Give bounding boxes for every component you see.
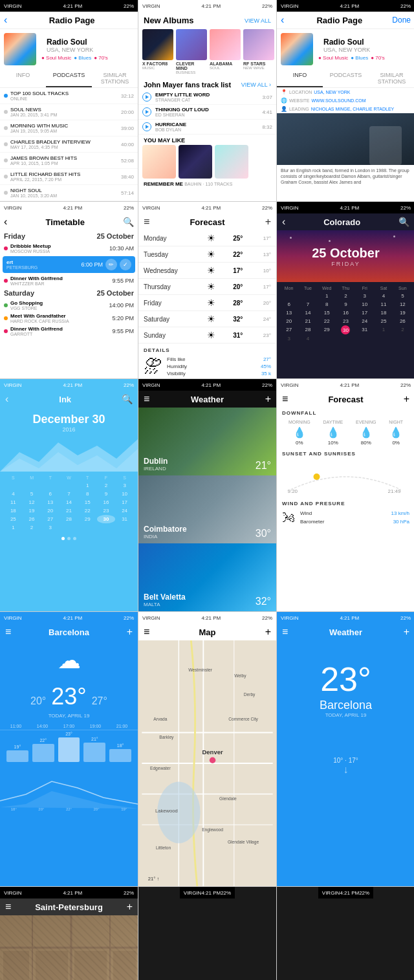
cal-day[interactable]: 8 bbox=[318, 300, 336, 309]
cal-day[interactable]: 1 bbox=[374, 325, 393, 334]
cal-day[interactable]: 21 bbox=[298, 317, 317, 325]
forecast-row-thursday[interactable]: Thursday ☀ 20° 17° bbox=[138, 279, 276, 295]
check-button[interactable]: ✓ bbox=[120, 259, 131, 270]
cal-day[interactable]: 28 bbox=[60, 515, 78, 523]
play-button[interactable] bbox=[142, 107, 151, 116]
cal-day[interactable]: 10 bbox=[355, 300, 374, 309]
view-all-link[interactable]: VIEW ALL bbox=[245, 17, 271, 24]
cal-day[interactable]: 10 bbox=[115, 490, 134, 498]
cal-day[interactable]: 25 bbox=[4, 515, 23, 523]
cal-day[interactable]: 29 bbox=[78, 515, 97, 523]
cal-day[interactable]: 24 bbox=[115, 506, 134, 515]
menu-icon[interactable]: ≡ bbox=[282, 626, 288, 638]
cal-day[interactable]: 11 bbox=[374, 300, 393, 309]
back-arrow-icon[interactable]: ‹ bbox=[281, 14, 284, 26]
track-item[interactable]: NIGHT SOUL JAN 10, 2015, 3:20 AM 57:14 bbox=[0, 185, 138, 201]
cal-day[interactable]: 14 bbox=[60, 498, 78, 506]
cal-day[interactable]: 23 bbox=[97, 506, 116, 515]
add-icon[interactable]: + bbox=[127, 626, 133, 638]
cal-day[interactable]: 13 bbox=[41, 498, 60, 506]
menu-icon[interactable]: ≡ bbox=[5, 626, 11, 638]
menu-icon[interactable]: ≡ bbox=[282, 393, 288, 405]
track-item[interactable]: CHARLES BRADLEY INTERVIEW MAY 17, 2015, … bbox=[0, 136, 138, 153]
cal-day[interactable] bbox=[298, 292, 317, 300]
menu-icon[interactable]: ≡ bbox=[144, 393, 149, 405]
cal-day[interactable]: 2 bbox=[393, 325, 412, 334]
cal-day[interactable]: 19 bbox=[393, 309, 412, 317]
cal-day[interactable]: 4 bbox=[298, 334, 317, 343]
cal-day[interactable]: 8 bbox=[78, 490, 97, 498]
cal-day[interactable]: 3 bbox=[41, 523, 60, 532]
menu-icon[interactable]: ≡ bbox=[144, 626, 149, 638]
cal-day[interactable] bbox=[60, 523, 78, 532]
cal-day[interactable]: 18 bbox=[4, 506, 23, 515]
cal-day[interactable] bbox=[23, 481, 41, 490]
view-all-link-2[interactable]: VIEW ALL › bbox=[241, 82, 271, 88]
track-item[interactable]: TOP 100 SOUL TRACKS ONLINE 32:12 bbox=[0, 88, 138, 104]
map-background[interactable]: Westminster Welby Derby Commerce City Ar… bbox=[138, 640, 276, 886]
play-button[interactable] bbox=[142, 93, 151, 102]
cal-day[interactable]: 24 bbox=[355, 317, 374, 325]
cal-day[interactable]: 3 bbox=[115, 481, 134, 490]
cal-day[interactable]: 21 bbox=[60, 506, 78, 515]
cal-day[interactable]: 5 bbox=[393, 292, 412, 300]
add-icon[interactable]: + bbox=[404, 626, 409, 638]
back-arrow-icon[interactable]: ‹ bbox=[4, 14, 7, 26]
add-icon[interactable]: + bbox=[265, 393, 271, 405]
forecast-row-monday[interactable]: Monday ☀ 25° 17° bbox=[138, 230, 276, 246]
album-item[interactable]: RF STARS NEW WAVE bbox=[243, 29, 274, 74]
play-button[interactable] bbox=[142, 122, 151, 131]
cal-day[interactable]: 3 bbox=[355, 292, 374, 300]
cal-day[interactable]: 15 bbox=[318, 309, 336, 317]
tab-similar-3[interactable]: SIMILAR STATIONS bbox=[369, 69, 414, 87]
cal-day[interactable]: 20 bbox=[279, 317, 298, 325]
cal-day[interactable]: 22 bbox=[318, 317, 336, 325]
event-grandfather[interactable]: Meet With Grandfather HARD ROCK CAFE RUS… bbox=[0, 312, 138, 325]
cal-day[interactable] bbox=[374, 334, 393, 343]
event-shopping[interactable]: Go Shopping VGG STORE 14:00 PM bbox=[0, 299, 138, 312]
cal-day[interactable]: 7 bbox=[60, 490, 78, 498]
cal-day[interactable] bbox=[336, 334, 355, 343]
cal-day[interactable]: 31 bbox=[115, 515, 134, 523]
cal-day[interactable] bbox=[279, 292, 298, 300]
cal-day[interactable]: 9 bbox=[336, 300, 355, 309]
cal-day[interactable] bbox=[115, 523, 134, 532]
cal-day[interactable] bbox=[60, 481, 78, 490]
track2-item[interactable]: THINKING OUT LOUD ED SHEERAN 4:41 bbox=[138, 105, 276, 120]
edit-button[interactable]: ✏ bbox=[105, 259, 117, 270]
may-thumb[interactable] bbox=[142, 145, 176, 179]
down-arrow-icon[interactable]: ↓ bbox=[277, 764, 414, 776]
track2-item[interactable]: HURRICANE BOB DYLAN 8:32 bbox=[138, 120, 276, 135]
event-dribbble[interactable]: Dribbble Meetup MOSCOW RUSSIA 10:30 AM bbox=[0, 242, 138, 255]
track-item[interactable]: JAMES BROWN BEST HITS APR 10, 2015, 1:05… bbox=[0, 153, 138, 169]
add-icon[interactable]: + bbox=[265, 216, 271, 228]
track-item[interactable]: MORNING WITH MUSIC JAN 19, 2015, 9:05 AM… bbox=[0, 120, 138, 136]
cal-day[interactable]: 19 bbox=[23, 506, 41, 515]
event-dinner-fri[interactable]: Dinner With Girlfrend WHITZZER BAR 9:55 … bbox=[0, 274, 138, 287]
cal-day[interactable]: 6 bbox=[41, 490, 60, 498]
search-icon[interactable]: 🔍 bbox=[123, 217, 134, 227]
cal-day[interactable]: 16 bbox=[97, 498, 116, 506]
cal-day-today[interactable]: 30 bbox=[341, 325, 350, 334]
cal-day[interactable]: 12 bbox=[23, 498, 41, 506]
cal-day[interactable] bbox=[41, 481, 60, 490]
tab-info[interactable]: INFO bbox=[0, 69, 46, 87]
cal-day[interactable]: 17 bbox=[115, 498, 134, 506]
event-dinner-sat[interactable]: Dinner With Girlfrend GARROTT 9:55 PM bbox=[0, 325, 138, 338]
cal-day[interactable]: 4 bbox=[4, 490, 23, 498]
cal-day[interactable] bbox=[318, 334, 336, 343]
cal-day[interactable]: 2 bbox=[336, 292, 355, 300]
cal-day[interactable]: 6 bbox=[279, 300, 298, 309]
forecast-row-sunday[interactable]: Sunday ☀ 31° 23° bbox=[138, 327, 276, 343]
cal-day[interactable] bbox=[78, 523, 97, 532]
forecast-row-wednesday[interactable]: Wednesday ☀ 17° 10° bbox=[138, 263, 276, 279]
search-icon[interactable]: 🔍 bbox=[398, 217, 409, 227]
track2-item[interactable]: EMPTY LITTLE WORD STRANGER CAT 3:07 bbox=[138, 90, 276, 105]
cal-day[interactable]: 16 bbox=[336, 309, 355, 317]
tab-info-3[interactable]: INFO bbox=[277, 69, 323, 87]
cal-day[interactable]: 5 bbox=[23, 490, 41, 498]
menu-icon[interactable]: ≡ bbox=[144, 216, 149, 228]
album-item[interactable]: CLEVER MIND BUSINESS bbox=[176, 29, 207, 74]
cal-day[interactable]: 28 bbox=[298, 325, 317, 334]
cal-day[interactable]: 1 bbox=[4, 523, 23, 532]
